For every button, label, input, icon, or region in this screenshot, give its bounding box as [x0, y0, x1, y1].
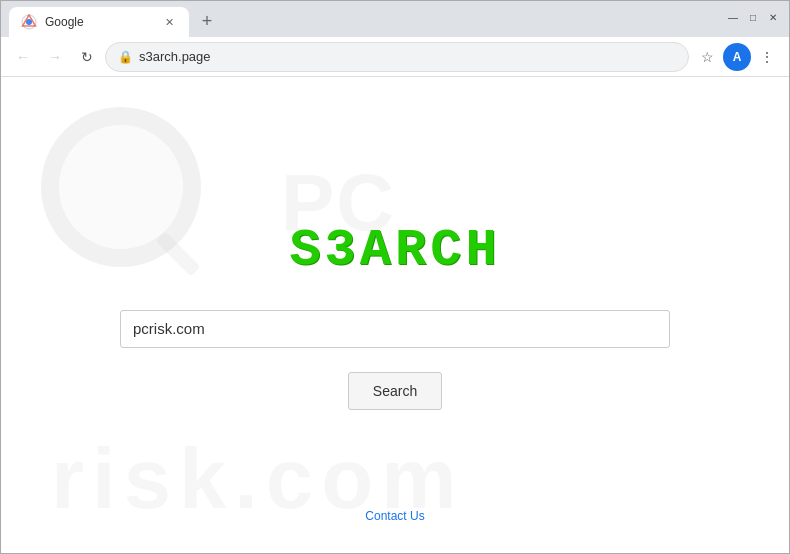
maximize-button[interactable]: □ [745, 9, 761, 25]
tab-strip: Google ✕ + [9, 1, 221, 37]
title-bar: Google ✕ + — □ ✕ [1, 1, 789, 37]
minimize-button[interactable]: — [725, 9, 741, 25]
tab-title: Google [45, 15, 153, 29]
back-icon: ← [16, 49, 30, 65]
address-text: s3arch.page [139, 49, 676, 64]
tab-favicon-icon [21, 14, 37, 30]
menu-icon: ⋮ [760, 49, 774, 65]
search-input[interactable] [120, 310, 670, 348]
footer-links: Contact Us [1, 509, 789, 523]
lock-icon: 🔒 [118, 50, 133, 64]
close-button[interactable]: ✕ [765, 9, 781, 25]
bookmark-button[interactable]: ☆ [693, 43, 721, 71]
forward-button[interactable]: → [41, 43, 69, 71]
address-bar[interactable]: 🔒 s3arch.page [105, 42, 689, 72]
window-controls: — □ ✕ [725, 9, 781, 25]
browser-content: PC risk.com S3ARCH Search Contact Us [1, 77, 789, 553]
nav-right-controls: ☆ A ⋮ [693, 43, 781, 71]
search-input-container [120, 310, 670, 348]
chrome-window: Google ✕ + — □ ✕ ← → ↻ 🔒 s3arch.page ☆ [0, 0, 790, 554]
active-tab[interactable]: Google ✕ [9, 7, 189, 37]
refresh-button[interactable]: ↻ [73, 43, 101, 71]
contact-us-link[interactable]: Contact Us [365, 509, 424, 523]
navigation-bar: ← → ↻ 🔒 s3arch.page ☆ A ⋮ [1, 37, 789, 77]
site-logo: S3ARCH [289, 221, 500, 280]
back-button[interactable]: ← [9, 43, 37, 71]
chrome-menu-button[interactable]: ⋮ [753, 43, 781, 71]
account-icon: A [733, 50, 742, 64]
new-tab-button[interactable]: + [193, 7, 221, 35]
logo-container: S3ARCH [289, 221, 500, 280]
forward-icon: → [48, 49, 62, 65]
search-button[interactable]: Search [348, 372, 442, 410]
main-content: S3ARCH Search [1, 201, 789, 430]
account-button[interactable]: A [723, 43, 751, 71]
tab-close-button[interactable]: ✕ [161, 14, 177, 30]
star-icon: ☆ [701, 49, 714, 65]
refresh-icon: ↻ [81, 49, 93, 65]
